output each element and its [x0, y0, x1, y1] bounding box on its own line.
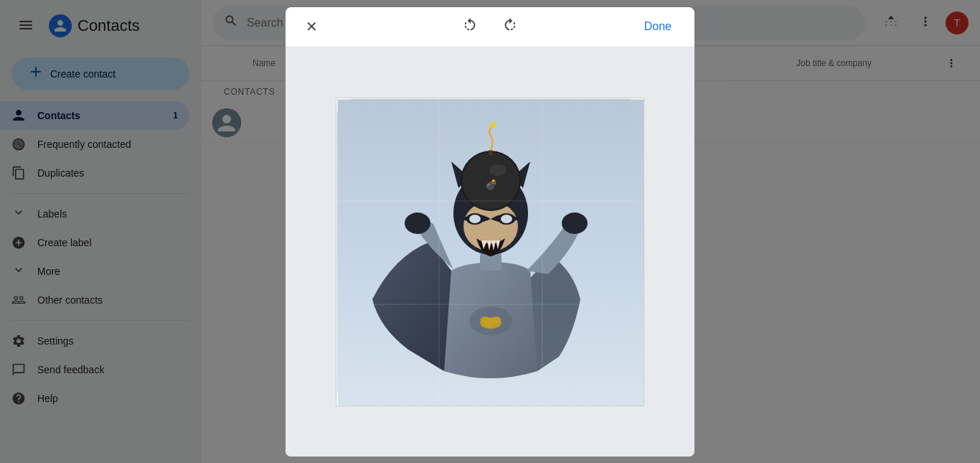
modal-header-center — [456, 12, 524, 41]
photo-crop-area[interactable]: 💣 — [336, 98, 644, 406]
photo-modal: ✕ Done — [0, 0, 980, 463]
photo-modal-container: ✕ Done — [286, 7, 694, 457]
close-icon: ✕ — [306, 18, 318, 35]
svg-point-20 — [490, 122, 496, 128]
rotate-right-button[interactable] — [496, 12, 524, 41]
svg-point-12 — [469, 215, 481, 223]
rotate-left-icon — [462, 17, 478, 37]
rotate-right-icon — [502, 17, 518, 37]
photo-modal-header: ✕ Done — [286, 7, 694, 47]
svg-rect-19 — [489, 150, 493, 156]
done-button[interactable]: Done — [633, 14, 683, 39]
batman-image: 💣 — [336, 98, 644, 406]
rotate-left-button[interactable] — [456, 12, 484, 41]
svg-point-14 — [405, 212, 430, 234]
svg-point-15 — [562, 212, 588, 234]
svg-point-13 — [501, 215, 512, 223]
svg-point-18 — [489, 164, 507, 176]
svg-text:💣: 💣 — [485, 179, 498, 191]
modal-close-button[interactable]: ✕ — [297, 12, 326, 41]
svg-point-6 — [480, 317, 501, 329]
photo-modal-body: 💣 — [286, 47, 694, 457]
